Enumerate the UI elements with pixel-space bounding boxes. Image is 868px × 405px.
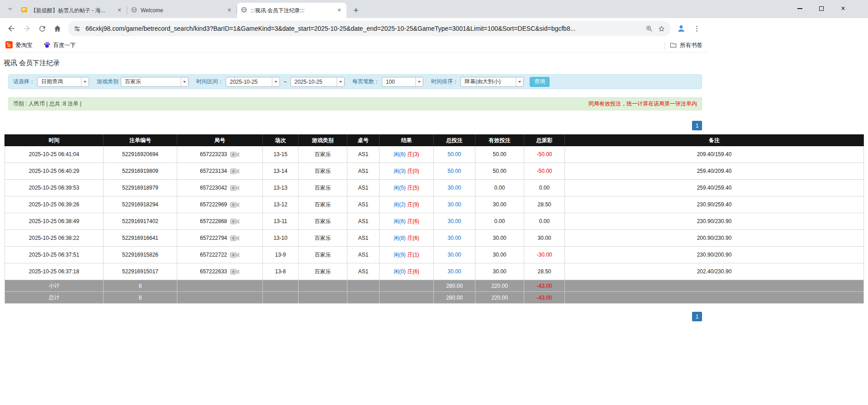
total-bet-link[interactable]: 30.00 bbox=[447, 185, 461, 191]
all-bookmarks-label: 所有书签 bbox=[680, 42, 702, 49]
globe-favicon-icon bbox=[131, 6, 138, 15]
cell-bet-id: 522916918294 bbox=[104, 196, 177, 213]
cell-note: 259.40/209.40 bbox=[565, 163, 864, 180]
minimize-button[interactable] bbox=[797, 5, 803, 12]
cell-bet-id: 522916919809 bbox=[104, 163, 177, 180]
bet-record-row: 2025-10-25 06:39:26522916918294657222969… bbox=[5, 196, 864, 213]
new-tab-button[interactable]: + bbox=[350, 5, 362, 16]
date-end-select[interactable]: 2025-10-25 bbox=[290, 77, 345, 87]
address-bar[interactable]: 66cxkj98.com/game/betrecord_search/kind3… bbox=[68, 21, 671, 36]
cell-session: 13-11 bbox=[263, 213, 299, 230]
tab-close-icon[interactable]: × bbox=[336, 7, 343, 14]
summary-row: 小计8280.00220.00-43.00 bbox=[5, 280, 864, 292]
reload-button[interactable] bbox=[34, 21, 50, 36]
round-number: 657222794 bbox=[200, 235, 227, 241]
bookmark-baidu[interactable]: 百度一下 bbox=[43, 41, 76, 50]
total-bet-link[interactable]: 30.00 bbox=[447, 235, 461, 241]
baidu-paw-icon bbox=[43, 41, 51, 50]
cell-note: 230.90/259.40 bbox=[565, 196, 864, 213]
date-start-select[interactable]: 2025-10-25 bbox=[226, 77, 280, 87]
cell-payout: 28.50 bbox=[524, 263, 565, 280]
cell-total-bet: 50.00 bbox=[434, 163, 475, 180]
cell-valid-bet: 50.00 bbox=[475, 146, 524, 163]
cell-bet-id: 522916918979 bbox=[104, 180, 177, 196]
tab-close-icon[interactable]: × bbox=[116, 7, 123, 14]
total-bet-link[interactable]: 30.00 bbox=[447, 252, 461, 258]
caret-down-icon bbox=[337, 77, 344, 86]
cell-session: 13-8 bbox=[263, 263, 299, 280]
cell-note: 202.40/230.90 bbox=[565, 263, 864, 280]
cell-total-bet: 30.00 bbox=[434, 213, 475, 230]
cell-valid-bet: 0.00 bbox=[475, 180, 524, 196]
tab-close-icon[interactable]: × bbox=[226, 7, 233, 14]
browser-window: 【新提醒】杨雪儿的帖子 - 海... × Welcome × :::视讯 会员下… bbox=[0, 0, 868, 52]
round-number: 657223042 bbox=[200, 185, 227, 191]
result-banker: 庄(6) bbox=[407, 235, 419, 241]
total-bet-link[interactable]: 30.00 bbox=[447, 218, 461, 224]
query-type-select[interactable]: 日期查询 bbox=[37, 77, 89, 87]
caret-down-icon bbox=[415, 77, 423, 86]
video-replay-icon[interactable] bbox=[230, 151, 240, 158]
search-button[interactable]: 查询 bbox=[530, 77, 550, 87]
folder-icon bbox=[669, 41, 677, 50]
total-bet-link[interactable]: 50.00 bbox=[447, 151, 461, 157]
profile-icon[interactable] bbox=[674, 21, 689, 36]
tab-search-button[interactable] bbox=[4, 3, 16, 16]
bookmark-taobao[interactable]: 爱淘宝 bbox=[5, 41, 33, 50]
video-replay-icon[interactable] bbox=[230, 268, 240, 275]
cell-result: 闲(6) 庄(3) bbox=[379, 146, 434, 163]
window-controls: × bbox=[797, 0, 846, 17]
cell-table-no: AS1 bbox=[347, 196, 379, 213]
summary-cell bbox=[379, 280, 434, 292]
video-replay-icon[interactable] bbox=[230, 218, 240, 225]
caret-down-icon bbox=[516, 77, 523, 86]
cell-session: 13-9 bbox=[263, 247, 299, 263]
video-replay-icon[interactable] bbox=[230, 168, 240, 175]
tab-title: Welcome bbox=[141, 7, 223, 14]
video-replay-icon[interactable] bbox=[230, 185, 240, 191]
page-size-select[interactable]: 100 bbox=[382, 77, 423, 87]
total-bet-link[interactable]: 50.00 bbox=[447, 168, 461, 174]
cell-total-bet: 30.00 bbox=[434, 230, 475, 247]
maximize-button[interactable] bbox=[818, 5, 825, 12]
home-button[interactable] bbox=[50, 21, 65, 36]
menu-icon[interactable] bbox=[689, 21, 704, 36]
table-header-row: 时间注单编号局号场次游戏类别桌号结果总投注有效投注总派彩备注 bbox=[5, 135, 864, 146]
back-button[interactable] bbox=[4, 21, 19, 36]
browser-tab-forum[interactable]: 【新提醒】杨雪儿的帖子 - 海... × bbox=[17, 3, 127, 18]
summary-cell: -43.00 bbox=[524, 280, 565, 292]
cell-time: 2025-10-25 06:38:22 bbox=[5, 230, 104, 247]
url-text[interactable]: 66cxkj98.com/game/betrecord_search/kind3… bbox=[85, 25, 641, 32]
total-bet-link[interactable]: 30.00 bbox=[447, 201, 461, 208]
cell-bet-id: 522916915017 bbox=[104, 263, 177, 280]
bet-records-table: 时间注单编号局号场次游戏类别桌号结果总投注有效投注总派彩备注 2025-10-2… bbox=[5, 134, 864, 304]
all-bookmarks-button[interactable]: 所有书签 bbox=[669, 41, 702, 50]
browser-tab-welcome[interactable]: Welcome × bbox=[127, 3, 237, 18]
zoom-icon[interactable] bbox=[645, 25, 653, 33]
cell-game-type: 百家乐 bbox=[299, 196, 347, 213]
result-banker: 庄(9) bbox=[407, 201, 419, 208]
bet-record-row: 2025-10-25 06:37:51522916915826657222722… bbox=[5, 247, 864, 263]
site-info-icon[interactable] bbox=[73, 25, 81, 33]
page-content: 视讯 会员下注纪录 请选择： 日期查询 游戏类别 百家乐 时间区间： 2025-… bbox=[0, 59, 868, 321]
result-banker: 庄(6) bbox=[407, 218, 419, 224]
browser-tab-betrecord[interactable]: :::视讯 会员下注纪录::: × bbox=[237, 3, 346, 18]
bookmark-star-icon[interactable] bbox=[658, 25, 665, 33]
video-replay-icon[interactable] bbox=[230, 235, 240, 242]
page-number-button[interactable]: 1 bbox=[692, 312, 702, 321]
cell-table-no: AS1 bbox=[347, 263, 379, 280]
cell-round: 657222868 bbox=[177, 213, 263, 230]
total-bet-link[interactable]: 30.00 bbox=[447, 268, 461, 275]
cell-time: 2025-10-25 06:40:29 bbox=[5, 163, 104, 180]
video-replay-icon[interactable] bbox=[230, 201, 240, 208]
page-number-button[interactable]: 1 bbox=[692, 121, 702, 130]
bookmarks-divider bbox=[664, 42, 665, 49]
cell-payout: -50.00 bbox=[524, 163, 565, 180]
cell-game-type: 百家乐 bbox=[299, 163, 347, 180]
game-category-select[interactable]: 百家乐 bbox=[121, 77, 189, 87]
video-replay-icon[interactable] bbox=[230, 252, 240, 258]
close-button[interactable]: × bbox=[840, 5, 846, 12]
result-banker: 庄(5) bbox=[407, 185, 419, 191]
sort-select[interactable]: 降幕(由大到小) bbox=[460, 77, 524, 87]
forward-button[interactable] bbox=[19, 21, 34, 36]
